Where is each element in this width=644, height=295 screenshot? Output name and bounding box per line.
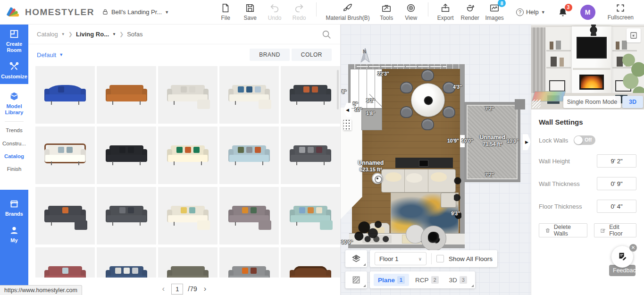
sidebar-item-model-library[interactable]: Model Library [0,88,28,119]
dining-chair[interactable] [400,106,413,118]
save-button[interactable]: Save [238,3,262,21]
show-all-floors-checkbox[interactable] [436,255,444,262]
color-filter-button[interactable]: COLOR [292,49,332,61]
product-card[interactable] [97,187,156,244]
view-mode-bar: Plane 1 RCP 2 3D 3 [345,271,475,288]
sidebar-item-customize[interactable]: Customize [0,57,28,84]
floor-thickness-input[interactable]: 0' 4" [597,200,636,213]
product-card[interactable] [97,66,156,124]
prev-page-button[interactable]: ‹ [160,284,167,294]
wall-height-input[interactable]: 9' 2" [597,154,636,168]
product-card[interactable] [158,66,217,124]
product-card[interactable] [158,187,217,244]
tab-rcp[interactable]: RCP 2 [411,274,443,286]
sidebar-item-create-room[interactable]: Create Room [0,25,28,57]
drag-handle[interactable] [343,120,351,130]
page-input[interactable]: 1 [171,284,183,295]
hatch-icon [351,275,361,285]
sidebar-item-trends[interactable]: Trends [5,124,23,137]
lock-walls-toggle[interactable]: Off [574,135,595,145]
help-menu[interactable]: ? Help ▼ [516,8,545,16]
next-page-button[interactable]: › [202,284,209,294]
dining-chair[interactable] [421,118,434,130]
sofa-plan[interactable] [381,169,456,193]
product-card[interactable] [97,126,156,184]
expand-preview-button[interactable] [627,28,641,42]
dining-chair[interactable] [400,82,413,93]
dining-chair[interactable] [443,106,455,118]
tv-console[interactable] [395,158,453,168]
sidebar-item-catalog[interactable]: Catalog [3,150,25,163]
notifications-button[interactable]: 3 [558,7,568,18]
product-card[interactable] [219,66,279,124]
wall-thickness-input[interactable]: 0' 9" [597,177,636,190]
scrollbar[interactable] [337,70,339,110]
tab-plane[interactable]: Plane 1 [374,274,409,286]
closet[interactable] [350,69,382,109]
3d-mode-button[interactable]: 3D [622,96,643,108]
brand-filter-button[interactable]: BRAND [250,49,290,61]
cabinet[interactable] [361,109,382,130]
product-card[interactable] [281,187,340,244]
material-brush-button[interactable]: Material Brush(B) [321,3,374,21]
product-card[interactable] [35,126,95,184]
product-card[interactable] [281,247,340,278]
product-card[interactable] [35,66,95,124]
expand-panel-arrow[interactable]: ▶ [523,134,531,150]
export-button[interactable]: Export [433,3,458,21]
product-card[interactable] [281,66,340,124]
render-button[interactable]: Render [458,3,482,21]
product-card[interactable] [35,247,95,278]
3d-preview[interactable]: Single Room Mode 3D [531,25,644,110]
edit-floor-button[interactable]: Edit Floor [594,223,636,237]
door-opening[interactable] [460,135,465,147]
search-icon[interactable] [321,29,332,40]
undo-button[interactable]: Undo [262,3,287,21]
floor-select[interactable]: Floor 1 ∨ [375,252,427,265]
dining-table[interactable] [411,83,445,117]
floor-plant[interactable] [352,217,387,246]
breadcrumb-sofas[interactable]: Sofas [127,31,142,38]
resize-handle[interactable] [532,100,541,108]
display-style-button[interactable] [345,271,367,288]
sidebar-item-brands[interactable]: Brands [0,194,28,221]
fullscreen-button[interactable]: Fullscreen [608,3,634,21]
redo-button[interactable]: Redo [287,3,311,21]
room-unnamed-small[interactable] [464,102,520,182]
delete-walls-button[interactable]: Delete Walls [539,223,587,237]
product-card[interactable] [158,247,217,278]
single-room-mode-button[interactable]: Single Room Mode [563,96,621,108]
product-card[interactable] [158,126,217,184]
breadcrumb-living-room[interactable]: Living Ro... [76,31,109,38]
homestyler-logo[interactable]: HOMESTYLER [7,6,94,19]
sidebar-item-finish[interactable]: Finish [6,163,23,176]
dining-chair[interactable] [443,82,455,93]
room-anchor-icon[interactable] [372,173,383,184]
main-toolbar: File Save Undo Redo Material Brush(B) To… [213,2,507,22]
tools-button[interactable]: Tools [374,3,399,21]
images-button[interactable]: 8 Images [482,3,507,21]
file-button[interactable]: File [213,3,238,21]
sidebar-item-my[interactable]: My [0,221,28,248]
tab-3d[interactable]: 3D 3 [445,274,471,286]
product-card[interactable] [281,126,340,184]
project-selector[interactable]: Bell's Landing Pr... ▼ [102,8,169,16]
view-button[interactable]: View [399,3,423,21]
dining-chair[interactable] [421,69,434,81]
product-card[interactable] [219,126,279,184]
product-card[interactable] [219,247,279,278]
avatar[interactable]: M [580,5,595,20]
product-card[interactable] [97,247,156,278]
coffee-table-plant[interactable] [421,226,446,251]
feedback-close-icon[interactable]: ✕ [629,244,637,252]
floorplan-canvas[interactable]: N Unnamed 623.15 ft² Unnamed 71.54 ft² [341,25,531,295]
sidebar-item-construction[interactable]: Constru... [1,137,27,150]
feedback-button[interactable]: ✕ [611,246,633,268]
product-card[interactable] [219,187,279,244]
wall-plant[interactable] [454,175,461,226]
layers-button[interactable] [345,250,367,267]
breadcrumb-catalog[interactable]: Catalog [37,31,58,38]
sort-dropdown[interactable]: Default ▼ [37,51,63,59]
product-card[interactable] [35,187,95,244]
window[interactable] [357,66,446,67]
